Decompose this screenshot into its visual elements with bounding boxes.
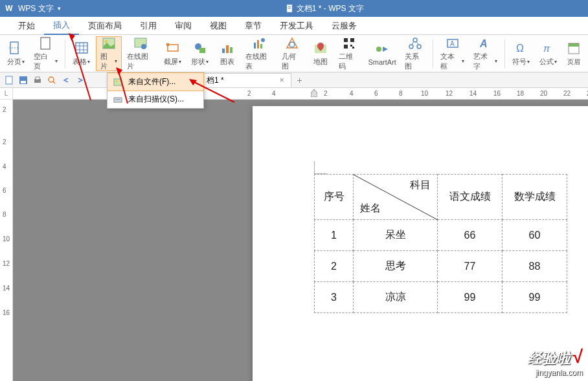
save-icon[interactable] — [18, 75, 28, 85]
svg-rect-23 — [257, 40, 259, 49]
relation-button[interactable]: 关系图 — [401, 36, 429, 71]
smartart-button[interactable]: SmartArt — [365, 36, 400, 71]
from-scanner-item[interactable]: 来自扫描仪(S)... — [107, 91, 203, 108]
picture-button[interactable]: 图片▾ — [96, 36, 122, 71]
ruler-indent-marker[interactable] — [311, 89, 317, 96]
wordart-button[interactable]: A 艺术字▾ — [469, 36, 501, 71]
main-area: 2 2 4 6 8 10 12 14 16 序号 科目 姓名 语文成绩 数学成绩 — [0, 100, 588, 381]
map-button[interactable]: 地图 — [308, 36, 334, 71]
new-icon[interactable] — [4, 75, 14, 85]
chevron-down-icon: ▾ — [22, 59, 25, 65]
svg-point-59 — [116, 80, 118, 82]
vertical-ruler[interactable]: 2 2 4 6 8 10 12 14 16 — [0, 100, 13, 381]
svg-rect-24 — [260, 44, 262, 49]
svg-rect-32 — [350, 45, 352, 47]
title-bar: W WPS 文字 ▾ 文档1 * - WPS 文字 — [0, 0, 588, 17]
svg-marker-56 — [311, 89, 317, 97]
header-chinese[interactable]: 语文成绩 — [438, 175, 503, 220]
svg-line-54 — [53, 82, 55, 83]
textbox-icon: A — [445, 36, 460, 50]
svg-rect-48 — [6, 76, 12, 84]
screenshot-button[interactable]: 截屏▾ — [160, 36, 186, 71]
chart-button[interactable]: 图表 — [214, 36, 240, 71]
close-tab-icon[interactable]: × — [280, 76, 284, 85]
table-row: 2 思考 77 88 — [315, 251, 567, 282]
header-diagonal-cell[interactable]: 科目 姓名 — [354, 175, 438, 220]
redo-icon[interactable] — [75, 75, 85, 85]
online-picture-icon — [133, 36, 148, 50]
svg-point-53 — [49, 77, 54, 82]
qrcode-icon — [341, 36, 357, 50]
header-icon — [566, 41, 582, 56]
svg-point-12 — [105, 40, 107, 43]
svg-rect-19 — [222, 49, 225, 53]
svg-text:Ω: Ω — [516, 43, 524, 54]
blank-page-button[interactable]: 空白页▾ — [30, 36, 62, 71]
svg-line-40 — [416, 41, 418, 45]
table-icon — [74, 40, 89, 56]
undo-icon[interactable] — [61, 75, 71, 85]
menu-review[interactable]: 审阅 — [166, 17, 201, 35]
svg-rect-22 — [254, 43, 256, 49]
header-seq[interactable]: 序号 — [315, 175, 354, 220]
quick-access-toolbar: 档1 * × + — [0, 72, 588, 88]
menu-insert[interactable]: 插入 — [44, 17, 79, 35]
online-picture-button[interactable]: 在线图片 — [123, 36, 159, 71]
table-row: 1 呆坐 66 60 — [315, 220, 567, 251]
table-row: 3 凉凉 99 99 — [315, 282, 567, 313]
svg-point-34 — [376, 47, 381, 52]
textbox-button[interactable]: A 文本框▾ — [436, 36, 468, 71]
menu-references[interactable]: 引用 — [131, 17, 166, 35]
ribbon: 分页▾ 空白页▾ 表格▾ 图片▾ 在线图片 截屏▾ 形状▾ 图表 在线图表 几何… — [0, 35, 588, 72]
shapes-button[interactable]: 形状▾ — [187, 36, 213, 71]
menu-cloud[interactable]: 云服务 — [322, 17, 366, 35]
page-break-button[interactable]: 分页▾ — [3, 36, 28, 71]
add-tab-button[interactable]: + — [294, 74, 306, 86]
ruler-corner[interactable]: L — [0, 88, 13, 99]
geometry-icon — [284, 36, 300, 50]
dropdown-label: 来自文件(F)... — [128, 76, 175, 87]
menu-devtools[interactable]: 开发工具 — [271, 17, 322, 35]
table-button[interactable]: 表格▾ — [69, 36, 95, 71]
document-canvas[interactable]: 序号 科目 姓名 语文成绩 数学成绩 1 呆坐 66 60 2 — [13, 100, 588, 381]
menu-start[interactable]: 开始 — [9, 17, 44, 35]
online-chart-icon — [251, 36, 267, 50]
svg-point-25 — [261, 38, 265, 42]
online-chart-button[interactable]: 在线图表 — [242, 36, 277, 71]
svg-rect-20 — [226, 45, 229, 53]
tab-label: 档1 * — [207, 75, 224, 86]
svg-point-14 — [141, 44, 146, 49]
chart-icon — [220, 40, 235, 56]
menu-page-layout[interactable]: 页面布局 — [79, 17, 131, 35]
svg-marker-26 — [287, 38, 297, 48]
ruler-row: L 2 4 2 4 6 8 10 12 14 16 18 20 22 24 — [0, 88, 588, 100]
menu-view[interactable]: 视图 — [201, 17, 236, 35]
diag-bottom-label: 姓名 — [360, 202, 381, 215]
from-file-item[interactable]: 来自文件(F)... — [107, 72, 204, 91]
app-name: WPS 文字 — [18, 3, 54, 14]
qrcode-button[interactable]: 二维码 — [335, 36, 363, 71]
header-math[interactable]: 数学成绩 — [503, 175, 567, 220]
picture-small-icon — [113, 77, 123, 87]
menu-chapter[interactable]: 章节 — [236, 17, 271, 35]
svg-rect-18 — [199, 48, 205, 53]
equation-button[interactable]: π 公式▾ — [536, 36, 561, 71]
svg-point-27 — [289, 42, 295, 47]
print-icon[interactable] — [32, 75, 43, 85]
geometry-button[interactable]: 几何图 — [278, 36, 306, 71]
svg-text:π: π — [543, 43, 550, 54]
document-table[interactable]: 序号 科目 姓名 语文成绩 数学成绩 1 呆坐 66 60 2 — [314, 174, 567, 313]
menu-bar: 开始 插入 页面布局 引用 审阅 视图 章节 开发工具 云服务 — [0, 17, 588, 35]
smartart-icon — [374, 41, 390, 57]
svg-rect-21 — [230, 47, 232, 53]
page-break-icon — [8, 40, 23, 56]
dropdown-label: 来自扫描仪(S)... — [128, 94, 184, 105]
header-button[interactable]: 页眉 — [563, 36, 585, 71]
screenshot-icon — [165, 40, 181, 56]
preview-icon[interactable] — [47, 75, 57, 85]
svg-rect-31 — [344, 45, 348, 49]
svg-marker-35 — [383, 47, 388, 52]
horizontal-ruler[interactable]: 2 4 2 4 6 8 10 12 14 16 18 20 22 24 — [13, 88, 588, 99]
symbol-button[interactable]: Ω 符号▾ — [508, 36, 534, 71]
check-icon: √ — [573, 347, 583, 367]
